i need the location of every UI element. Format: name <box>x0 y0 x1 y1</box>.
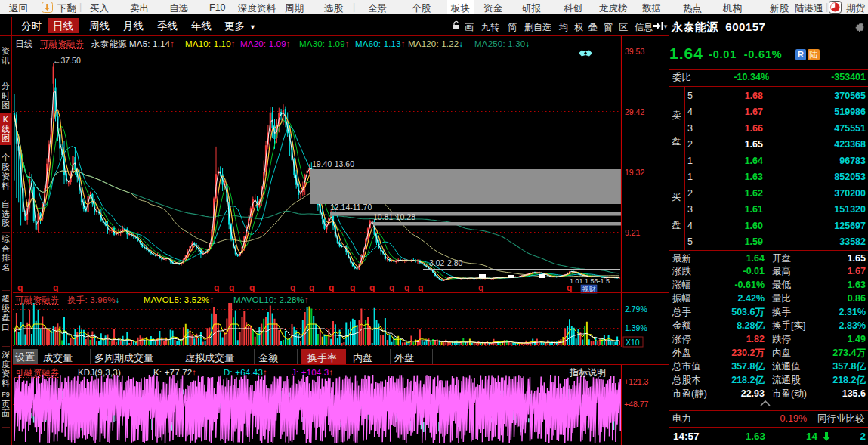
svg-text:q: q <box>478 283 483 293</box>
svg-text:10.81-10.28: 10.81-10.28 <box>373 212 415 221</box>
svg-text:X10: X10 <box>626 338 640 347</box>
svg-text:19.32: 19.32 <box>625 168 644 177</box>
svg-text:q: q <box>309 283 314 293</box>
svg-text:换手率: 换手率 <box>307 352 337 363</box>
svg-text:指标说明: 指标说明 <box>569 367 606 378</box>
svg-text:视财: 视财 <box>582 286 596 293</box>
svg-text:q: q <box>249 283 255 293</box>
svg-text:1.01 1.56-1.5: 1.01 1.56-1.5 <box>570 277 610 285</box>
svg-text:可融资融券换手: 3.96%↓MAVOL5: 3.52%↑M: 可融资融券换手: 3.96%↓MAVOL5: 3.52%↑MAVOL10: 2.… <box>15 295 309 304</box>
svg-text:内盘: 内盘 <box>353 352 372 363</box>
svg-text:成交量: 成交量 <box>43 352 73 363</box>
svg-text:q: q <box>567 283 572 293</box>
svg-text:39.53: 39.53 <box>625 47 644 56</box>
svg-text:日线可融资融券永泰能源MA5: 1.14↑MA10: 1.1: 日线可融资融券永泰能源MA5: 1.14↑MA10: 1.10↑MA20: 1.… <box>15 39 530 48</box>
svg-text:2.79%: 2.79% <box>625 304 647 314</box>
svg-text:1.39%: 1.39% <box>625 323 647 332</box>
svg-text:29.42: 29.42 <box>625 107 644 116</box>
svg-text:q: q <box>418 283 423 293</box>
svg-text:q: q <box>329 283 334 293</box>
svg-text:金额: 金额 <box>258 352 278 363</box>
svg-text:q: q <box>369 283 375 293</box>
svg-text:3.02-2.80: 3.02-2.80 <box>429 258 463 267</box>
svg-text:q: q <box>404 283 409 293</box>
svg-text:q: q <box>17 283 23 293</box>
svg-text:虚拟成交量: 虚拟成交量 <box>185 352 234 363</box>
svg-text:q: q <box>53 283 58 293</box>
svg-text:设置: 设置 <box>15 351 35 363</box>
svg-text:q: q <box>350 283 355 293</box>
svg-text:外盘: 外盘 <box>394 352 414 363</box>
svg-text:多周期成交量: 多周期成交量 <box>94 352 153 363</box>
svg-text:q: q <box>290 283 295 293</box>
svg-text:9.21: 9.21 <box>625 228 641 237</box>
svg-text:q: q <box>389 283 394 293</box>
svg-text:19.40-13.60: 19.40-13.60 <box>312 159 354 168</box>
svg-text:←37.50: ←37.50 <box>53 56 81 65</box>
svg-text:+121.3: +121.3 <box>624 377 649 386</box>
svg-text:q: q <box>214 283 219 293</box>
svg-text:12.14-11.70: 12.14-11.70 <box>330 202 372 212</box>
svg-text:+48.77: +48.77 <box>624 400 649 409</box>
svg-text:q: q <box>229 283 234 293</box>
